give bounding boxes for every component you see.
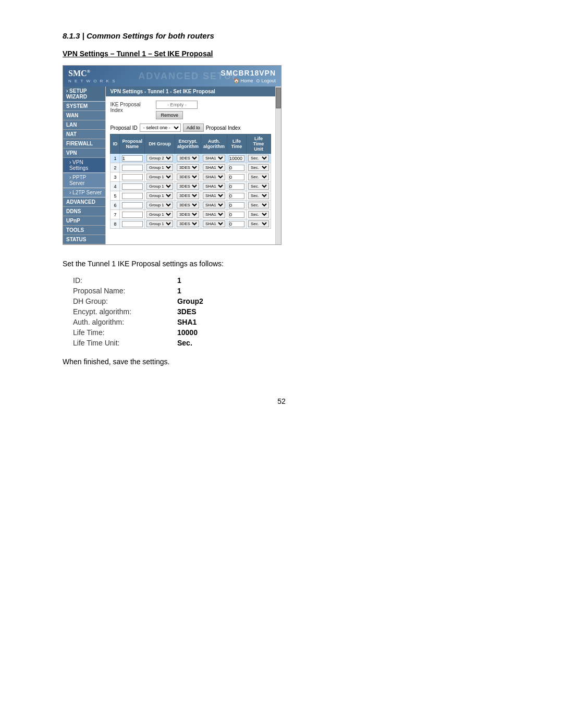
unit-select[interactable]: Sec.Min.Hour [248,174,269,180]
cell-dh: Group 1Group 2Group 5 [144,163,175,172]
life-input[interactable] [229,155,244,162]
auth-select[interactable]: SHA1MD5 [203,164,225,171]
auth-select[interactable]: SHA1MD5 [203,220,225,227]
cell-dh: Group 1Group 2Group 5 [144,191,175,201]
cell-id: 7 [111,210,120,219]
settings-value: 1 [177,287,181,295]
unit-select[interactable]: Sec.Min.Hour [248,220,269,227]
proposal-id-select[interactable]: - select one - [140,124,181,132]
name-input[interactable] [122,212,143,218]
encrypt-select[interactable]: 3DESDESAES [177,174,199,180]
sidebar-item-nat[interactable]: NAT [63,130,105,139]
dh-select[interactable]: Group 1Group 2Group 5 [146,202,173,208]
unit-select[interactable]: Sec.Min.Hour [248,202,269,208]
life-input[interactable] [229,183,244,190]
dh-select[interactable]: Group 1Group 2Group 5 [146,211,173,218]
cell-id: 6 [111,201,120,210]
sidebar-item-upnp[interactable]: UPnP [63,216,105,226]
cell-unit: Sec.Min.Hour [246,219,271,229]
encrypt-select[interactable]: 3DESDESAES [177,202,199,208]
life-input[interactable] [229,165,244,171]
col-proposal-name: ProposalName [120,134,145,154]
logout-link[interactable]: ⊙ Logout [256,78,276,83]
sidebar-item-vpn[interactable]: VPN [63,149,105,158]
name-input[interactable] [122,202,143,208]
auth-select[interactable]: SHA1MD5 [203,192,225,199]
unit-select[interactable]: Sec.Min.Hour [248,155,269,162]
col-encrypt: Encrypt.algorithm [175,134,201,154]
auth-select[interactable]: SHA1MD5 [203,174,225,180]
sidebar-item-wan[interactable]: WAN [63,111,105,120]
life-input[interactable] [229,221,244,227]
sidebar-item-status[interactable]: STATUS [63,235,105,244]
table-row: 7 Group 1Group 2Group 5 3DESDESAES SHA1M… [111,210,271,219]
encrypt-select[interactable]: 3DESDESAES [177,164,199,171]
dh-select[interactable]: Group 1Group 2Group 5 [146,183,173,190]
finish-note: When finished, save the settings. [63,357,500,366]
cell-auth: SHA1MD5 [201,154,227,163]
name-input[interactable] [122,221,143,227]
name-input[interactable] [122,183,143,190]
advanced-setup-watermark: ADVANCED SETUP [138,71,239,82]
auth-select[interactable]: SHA1MD5 [203,183,225,190]
unit-select[interactable]: Sec.Min.Hour [248,164,269,171]
encrypt-select[interactable]: 3DESDESAES [177,155,199,162]
encrypt-select[interactable]: 3DESDESAES [177,192,199,199]
encrypt-select[interactable]: 3DESDESAES [177,220,199,227]
dh-select[interactable]: Group 2Group 1Group 5 [146,155,173,162]
dh-select[interactable]: Group 1Group 2Group 5 [146,174,173,180]
scroll-thumb[interactable] [276,88,281,108]
settings-label: Proposal Name: [73,287,177,295]
auth-select[interactable]: SHA1MD5 [203,202,225,208]
name-input[interactable] [122,174,143,180]
sidebar-item-vpn-settings[interactable]: › VPN Settings [63,158,105,173]
sidebar-item-advanced[interactable]: ADVANCED [63,198,105,207]
auth-select[interactable]: SHA1MD5 [203,211,225,218]
add-to-button[interactable]: Add to [183,124,204,132]
table-row: 1 Group 2Group 1Group 5 3DESDESAES SHA1M… [111,154,271,163]
settings-row: Proposal Name: 1 [73,287,500,295]
life-input[interactable] [229,193,244,199]
sidebar-item-lan[interactable]: LAN [63,120,105,130]
sidebar-item-l2tp-server[interactable]: › L2TP Server [63,188,105,198]
auth-select[interactable]: SHA1MD5 [203,155,225,162]
sidebar-item-ddns[interactable]: DDNS [63,207,105,216]
encrypt-select[interactable]: 3DESDESAES [177,183,199,190]
ike-proposal-label: IKE Proposal Index [110,101,152,113]
cell-id: 4 [111,182,120,191]
encrypt-select[interactable]: 3DESDESAES [177,211,199,218]
router-body: › SETUP WIZARD SYSTEM WAN LAN NAT FIREWA… [63,87,281,244]
sidebar-item-tools[interactable]: TOOLS [63,226,105,235]
sidebar-item-system[interactable]: SYSTEM [63,102,105,111]
cell-dh: Group 2Group 1Group 5 [144,154,175,163]
name-input[interactable] [122,193,143,199]
unit-select[interactable]: Sec.Min.Hour [248,211,269,218]
dh-select[interactable]: Group 1Group 2Group 5 [146,192,173,199]
subsection-heading: VPN Settings – Tunnel 1 – Set IKE Propos… [63,50,500,58]
life-input[interactable] [229,202,244,208]
sidebar-item-firewall[interactable]: FIREWALL [63,139,105,149]
cell-dh: Group 1Group 2Group 5 [144,219,175,229]
unit-select[interactable]: Sec.Min.Hour [248,192,269,199]
unit-select[interactable]: Sec.Min.Hour [248,183,269,190]
cell-auth: SHA1MD5 [201,191,227,201]
table-row: 4 Group 1Group 2Group 5 3DESDESAES SHA1M… [111,182,271,191]
dh-select[interactable]: Group 1Group 2Group 5 [146,164,173,171]
sidebar-item-setup-wizard[interactable]: › SETUP WIZARD [63,87,105,102]
name-input[interactable] [122,155,143,162]
section-heading: 8.1.3 | Common Settings for both routers [63,31,500,40]
dh-select[interactable]: Group 1Group 2Group 5 [146,220,173,227]
scrollbar[interactable] [275,87,281,244]
cell-name [120,191,145,201]
ike-empty: - Empty - [156,101,198,109]
life-input[interactable] [229,212,244,218]
col-life-time-unit: Life TimeUnit [246,134,271,154]
settings-intro: Set the Tunnel 1 IKE Proposal settings a… [63,260,500,268]
remove-button[interactable]: Remove [156,111,183,119]
life-input[interactable] [229,174,244,180]
sidebar-item-pptp-server[interactable]: › PPTP Server [63,173,105,188]
name-input[interactable] [122,165,143,171]
cell-life [227,210,246,219]
col-id: ID [111,134,120,154]
cell-unit: Sec.Min.Hour [246,182,271,191]
